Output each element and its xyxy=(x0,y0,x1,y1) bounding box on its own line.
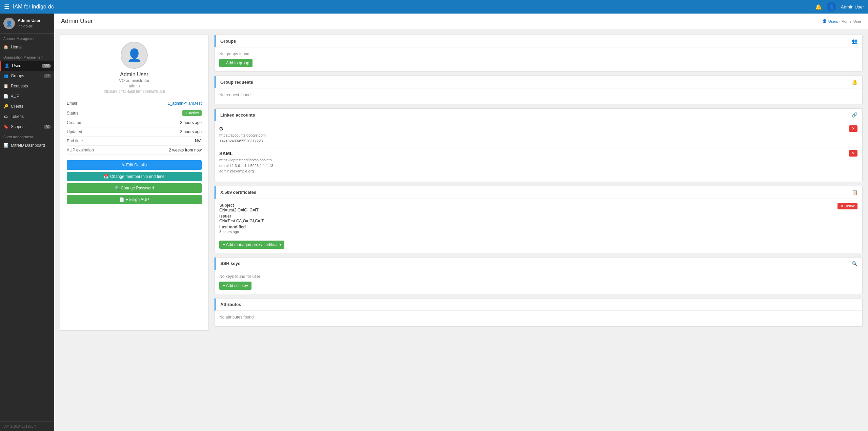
endtime-label: End time xyxy=(67,139,83,143)
profile-role: VO administrator xyxy=(119,78,149,83)
sidebar-item-users-label: Users xyxy=(12,63,22,68)
groups-settings-icon[interactable]: 👥 xyxy=(852,38,857,44)
breadcrumb: 👤 Users / Admin User xyxy=(822,19,861,23)
updated-label: Updated xyxy=(67,129,82,134)
linked-accounts-title: Linked accounts xyxy=(220,112,255,118)
sidebar-item-clients-label: Clients xyxy=(11,104,23,109)
sidebar-item-tokens[interactable]: 🎟 Tokens xyxy=(0,111,54,122)
sidebar-item-home[interactable]: 🏠 Home xyxy=(0,42,54,52)
tokens-icon: 🎟 xyxy=(3,114,8,119)
edit-details-button[interactable]: ✎ Edit Details xyxy=(67,160,202,170)
add-to-group-button[interactable]: + Add to group xyxy=(219,59,253,67)
linked-accounts-icon[interactable]: 🔗 xyxy=(852,112,857,118)
groups-section-header: Groups 👥 xyxy=(215,35,862,47)
sidebar-item-clients[interactable]: 🔑 Clients xyxy=(0,101,54,111)
attributes-title: Attributes xyxy=(220,302,241,307)
content-area: 👤 Admin User VO administrator admin 73f1… xyxy=(54,29,868,336)
attributes-section: Attributes No attributes found xyxy=(214,298,863,327)
linked-account-saml: SAML https://idptestbed/idp/shibboleth u… xyxy=(219,150,857,174)
groups-icon: 👥 xyxy=(3,74,8,78)
hamburger-icon[interactable]: ☰ xyxy=(4,3,9,11)
sidebar-user-info: Admin User indigo-dc xyxy=(18,18,40,28)
org-management-label: Organization Management xyxy=(0,52,54,61)
x509-section: X.509 certificates 📋 Subject CN=test2,O=… xyxy=(214,186,863,253)
bell-icon[interactable]: 🔔 xyxy=(815,4,822,10)
profile-card: 👤 Admin User VO administrator admin 73f1… xyxy=(60,35,209,331)
updated-value: 3 hours ago xyxy=(180,129,202,134)
account-management-label: Account Management xyxy=(0,34,54,42)
add-ssh-key-button[interactable]: + Add ssh key xyxy=(219,282,251,290)
aup-expiration-value: 2 weeks from now xyxy=(169,148,202,152)
attributes-empty-text: No attributes found xyxy=(219,315,857,320)
profile-uuid: 73f16d93-2441-4a50-88ff-85360d78c6b5 xyxy=(103,90,165,94)
email-field-row: Email 1_admin@iam.test xyxy=(67,99,202,108)
topbar-right: 🔔 👤 Admin User xyxy=(815,2,864,12)
group-requests-section-body: No request found xyxy=(215,88,862,104)
page-title: Admin User xyxy=(61,18,93,25)
sidebar-item-aup-label: AUP xyxy=(11,94,19,99)
saml-provider-label: SAML xyxy=(219,150,273,157)
cert-subject-field: Subject CN=test2,O=IGI,C=IT xyxy=(219,203,264,212)
ssh-section-header: SSH keys 🔍 xyxy=(215,258,862,270)
unlink-cert-button[interactable]: ✕ Unlink xyxy=(837,203,857,209)
email-value[interactable]: 1_admin@iam.test xyxy=(168,101,202,106)
breadcrumb-separator: / xyxy=(839,19,840,23)
cert-modified-field: Last modified 3 hours ago xyxy=(219,225,264,234)
profile-username: admin xyxy=(129,84,140,88)
attributes-section-header: Attributes xyxy=(215,299,862,311)
users-badge: 255 xyxy=(42,64,51,68)
endtime-field-row: End time N/A xyxy=(67,137,202,146)
linked-account-google-info: G https://accounts.google.com 1141324034… xyxy=(219,125,266,144)
unlink-saml-button[interactable]: ✕ xyxy=(849,150,857,157)
add-proxy-cert-button[interactable]: + Add managed proxy certificate xyxy=(219,241,284,249)
group-requests-section: Group requests 🔔 No request found xyxy=(214,76,863,104)
aup-expiration-label: AUP expiration xyxy=(67,148,94,152)
x509-icon[interactable]: 📋 xyxy=(852,190,857,195)
topbar: ☰ IAM for indigo-dc 🔔 👤 Admin User xyxy=(0,0,868,14)
cert-subject-value: CN=test2,O=IGI,C=IT xyxy=(219,208,259,212)
created-field-row: Created 3 hours ago xyxy=(67,118,202,127)
ssh-section: SSH keys 🔍 No keys found for user + Add … xyxy=(214,257,863,294)
right-panel: Groups 👥 No groups found + Add to group … xyxy=(214,35,863,331)
unlink-google-button[interactable]: ✕ xyxy=(849,125,857,132)
topbar-admin-label: Admin User xyxy=(841,4,864,9)
change-password-button[interactable]: 🔍 Change Password xyxy=(67,183,202,193)
topbar-left: ☰ IAM for indigo-dc xyxy=(4,3,54,11)
page-header: Admin User 👤 Users / Admin User xyxy=(54,14,868,29)
requests-icon: 📋 xyxy=(3,84,8,88)
status-field-row: Status Active xyxy=(67,108,202,118)
cert-issuer-value: CN=Test CA,O=IGI,C=IT xyxy=(219,219,264,223)
google-provider-label: G xyxy=(219,125,266,132)
scopes-badge: 20 xyxy=(44,125,51,129)
sidebar-item-aup[interactable]: 📄 AUP xyxy=(0,91,54,101)
linked-accounts-section-body: G https://accounts.google.com 1141324034… xyxy=(215,121,862,182)
clients-icon: 🔑 xyxy=(3,104,8,109)
group-requests-section-header: Group requests 🔔 xyxy=(215,76,862,88)
linked-accounts-section: Linked accounts 🔗 G https://accounts.goo… xyxy=(214,108,863,182)
resign-aup-button[interactable]: 📄 Re-sign AUP xyxy=(67,195,202,204)
cert-info: Subject CN=test2,O=IGI,C=IT Issuer CN=Te… xyxy=(219,203,264,235)
breadcrumb-users-link[interactable]: Users xyxy=(828,19,838,23)
group-requests-icon[interactable]: 🔔 xyxy=(852,79,857,85)
ssh-title: SSH keys xyxy=(220,261,240,266)
sidebar-item-users[interactable]: 👤 Users 255 xyxy=(0,61,54,71)
sidebar-item-groups[interactable]: 👥 Groups 22 xyxy=(0,71,54,81)
sidebar-item-mitreid[interactable]: 📊 MitreID Dashboard xyxy=(0,140,54,150)
version-label: IAM 1.10.0 (161a057) xyxy=(3,425,36,428)
sidebar-item-scopes[interactable]: 🔖 Scopes 20 xyxy=(0,122,54,132)
sidebar-user-org: indigo-dc xyxy=(18,24,40,28)
sidebar-item-tokens-label: Tokens xyxy=(11,114,24,119)
sidebar-item-requests[interactable]: 📋 Requests xyxy=(0,81,54,91)
ssh-icon[interactable]: 🔍 xyxy=(852,261,857,266)
profile-name: Admin User xyxy=(120,71,148,78)
scopes-icon: 🔖 xyxy=(3,124,8,129)
saml-email: admin@example.org xyxy=(219,168,273,174)
sidebar-version: IAM 1.10.0 (161a057) xyxy=(0,422,54,431)
sidebar-item-requests-label: Requests xyxy=(11,84,28,88)
change-membership-button[interactable]: 📅 Change membership end time xyxy=(67,172,202,181)
x509-section-header: X.509 certificates 📋 xyxy=(215,186,862,199)
status-label: Status xyxy=(67,111,78,116)
aup-field-row: AUP expiration 2 weeks from now xyxy=(67,146,202,155)
cert-modified-value: 3 hours ago xyxy=(219,230,239,234)
breadcrumb-current: Admin User xyxy=(842,19,861,23)
